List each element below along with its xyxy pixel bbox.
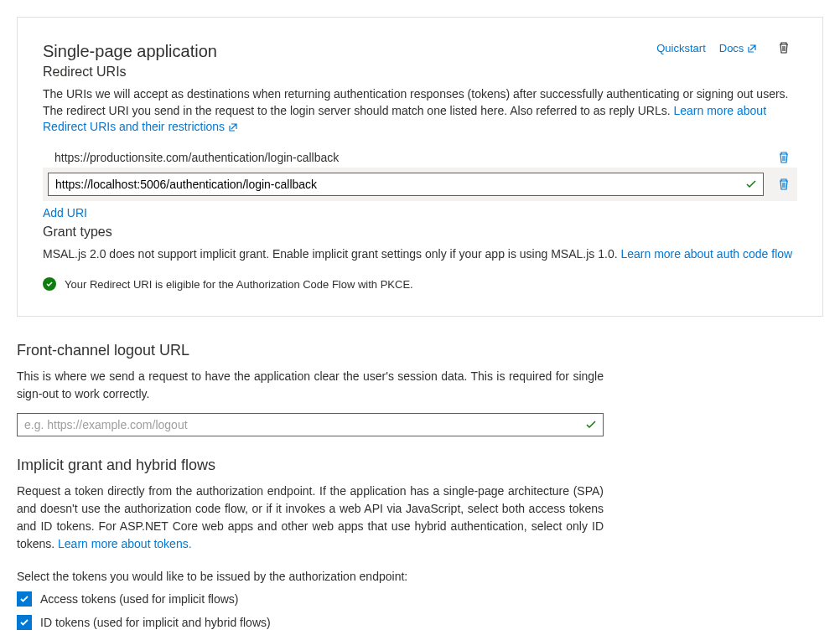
logout-url-input[interactable] [17, 413, 604, 436]
uri-list: https://productionsite.com/authenticatio… [43, 147, 797, 201]
docs-link[interactable]: Docs [719, 42, 757, 54]
redirect-description: The URIs we will accept as destinations … [43, 86, 797, 136]
token-prompt: Select the tokens you would like to be i… [17, 570, 604, 583]
spa-card: Single-page application Redirect URIs Qu… [17, 17, 823, 317]
logout-title: Front-channel logout URL [17, 342, 604, 359]
status-text: Your Redirect URI is eligible for the Au… [65, 278, 413, 291]
delete-uri-icon[interactable] [770, 178, 797, 191]
checkmark-icon [585, 419, 597, 431]
grant-description: MSAL.js 2.0 does not support implicit gr… [43, 246, 797, 263]
logout-section: Front-channel logout URL This is where w… [17, 342, 604, 436]
delete-uri-icon[interactable] [770, 151, 797, 164]
uri-input-wrap [48, 173, 764, 196]
id-tokens-row: ID tokens (used for implicit and hybrid … [17, 615, 604, 630]
add-uri-link[interactable]: Add URI [43, 206, 87, 219]
id-tokens-checkbox[interactable] [17, 615, 32, 630]
card-subtitle: Redirect URIs [43, 65, 217, 80]
card-header: Single-page application Redirect URIs Qu… [43, 41, 797, 86]
logout-description: This is where we send a request to have … [17, 368, 604, 403]
uri-row-static: https://productionsite.com/authenticatio… [43, 147, 797, 168]
implicit-section: Implicit grant and hybrid flows Request … [17, 457, 604, 630]
quickstart-link[interactable]: Quickstart [656, 42, 706, 54]
docs-label: Docs [719, 42, 744, 54]
delete-platform-icon[interactable] [770, 41, 797, 54]
learn-tokens-link[interactable]: Learn more about tokens. [58, 537, 192, 550]
implicit-description: Request a token directly from the author… [17, 483, 604, 553]
learn-auth-link[interactable]: Learn more about auth code flow [620, 247, 792, 261]
access-tokens-row: Access tokens (used for implicit flows) [17, 591, 604, 607]
uri-input[interactable] [48, 173, 764, 196]
access-tokens-checkbox[interactable] [17, 591, 32, 607]
external-link-icon [228, 122, 238, 132]
access-tokens-label: Access tokens (used for implicit flows) [40, 592, 239, 606]
logout-input-wrap [17, 413, 604, 436]
card-title: Single-page application [43, 41, 217, 61]
uri-row-editing [43, 168, 797, 201]
grant-types-title: Grant types [43, 225, 797, 240]
card-actions: Quickstart Docs [656, 41, 797, 54]
implicit-title: Implicit grant and hybrid flows [17, 457, 604, 474]
external-link-icon [747, 44, 757, 54]
status-row: Your Redirect URI is eligible for the Au… [43, 277, 797, 291]
id-tokens-label: ID tokens (used for implicit and hybrid … [40, 616, 271, 629]
checkmark-icon [745, 178, 757, 190]
success-icon [43, 277, 56, 291]
uri-text: https://productionsite.com/authenticatio… [43, 151, 770, 164]
